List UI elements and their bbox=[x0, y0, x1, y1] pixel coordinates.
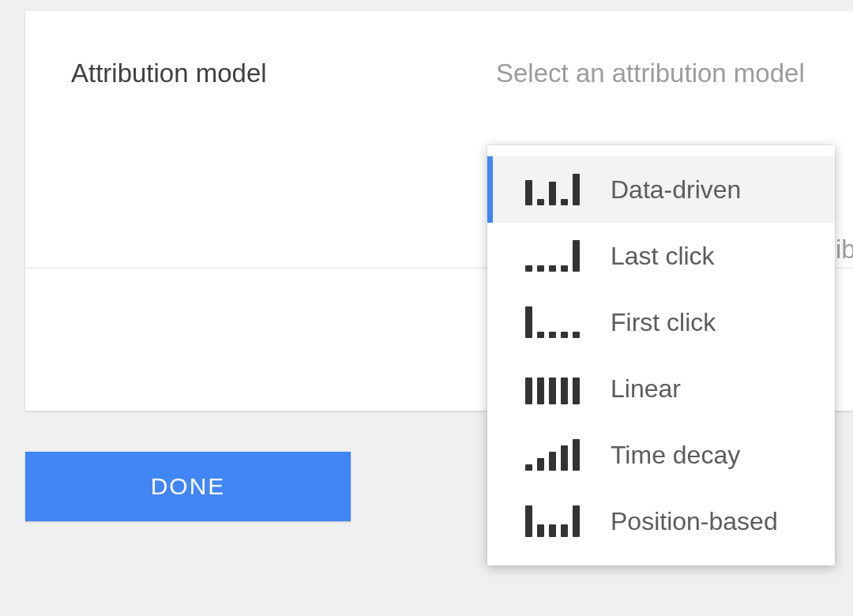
option-data-driven[interactable]: Data-driven bbox=[487, 156, 835, 223]
option-label: Time decay bbox=[611, 441, 740, 470]
first-click-icon bbox=[525, 306, 582, 338]
option-position-based[interactable]: Position-based bbox=[487, 488, 835, 554]
option-last-click[interactable]: Last click bbox=[487, 223, 835, 289]
option-label: Last click bbox=[611, 242, 715, 271]
data-driven-icon bbox=[525, 174, 582, 205]
linear-icon bbox=[525, 373, 582, 404]
attribution-model-label: Attribution model bbox=[71, 58, 267, 88]
truncated-background-text: ib bbox=[836, 235, 853, 265]
done-button[interactable]: DONE bbox=[25, 452, 351, 521]
option-label: Data-driven bbox=[611, 175, 741, 205]
option-first-click[interactable]: First click bbox=[487, 289, 835, 355]
time-decay-icon bbox=[525, 439, 582, 471]
option-linear[interactable]: Linear bbox=[487, 355, 835, 422]
position-based-icon bbox=[525, 505, 582, 537]
option-label: Position-based bbox=[611, 507, 778, 536]
option-label: Linear bbox=[611, 374, 681, 404]
attribution-model-dropdown: Data-drivenLast clickFirst clickLinearTi… bbox=[487, 145, 835, 565]
option-label: First click bbox=[611, 308, 716, 337]
attribution-model-select[interactable]: Select an attribution model bbox=[496, 58, 805, 88]
last-click-icon bbox=[525, 240, 582, 272]
option-time-decay[interactable]: Time decay bbox=[487, 422, 835, 488]
